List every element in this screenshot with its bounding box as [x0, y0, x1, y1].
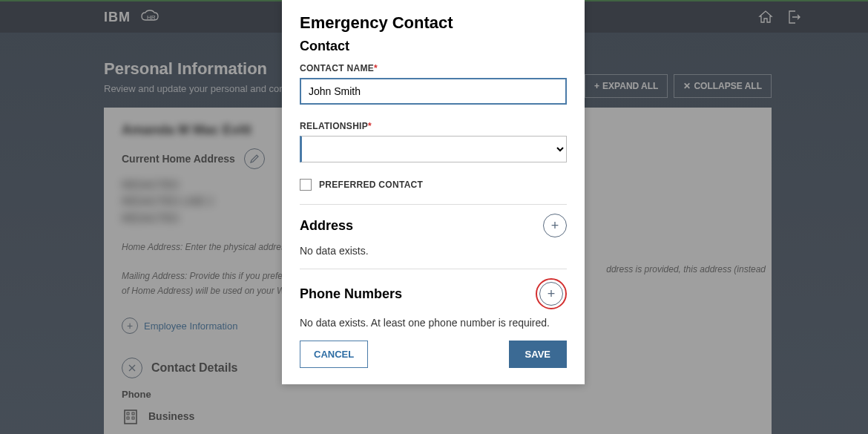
preferred-contact-checkbox[interactable]: PREFERRED CONTACT	[300, 179, 567, 191]
relationship-select[interactable]	[300, 136, 567, 162]
add-phone-highlight: +	[536, 278, 567, 309]
checkbox-icon	[300, 179, 312, 191]
preferred-contact-label: PREFERRED CONTACT	[319, 180, 423, 190]
address-empty-text: No data exists.	[300, 245, 567, 257]
add-phone-button[interactable]: +	[539, 282, 563, 306]
modal-subtitle: Contact	[300, 39, 567, 54]
relationship-label: RELATIONSHIP*	[300, 121, 567, 131]
emergency-contact-modal: Emergency Contact Contact CONTACT NAME* …	[282, 0, 585, 384]
add-address-button[interactable]: +	[543, 214, 567, 237]
modal-title: Emergency Contact	[300, 13, 567, 33]
contact-name-input[interactable]	[300, 78, 567, 105]
save-button[interactable]: SAVE	[509, 341, 567, 368]
address-section-title: Address	[300, 218, 353, 234]
phone-empty-text: No data exists. At least one phone numbe…	[300, 317, 567, 329]
phone-section-title: Phone Numbers	[300, 286, 402, 302]
cancel-button[interactable]: CANCEL	[300, 341, 368, 368]
contact-name-label: CONTACT NAME*	[300, 63, 567, 73]
